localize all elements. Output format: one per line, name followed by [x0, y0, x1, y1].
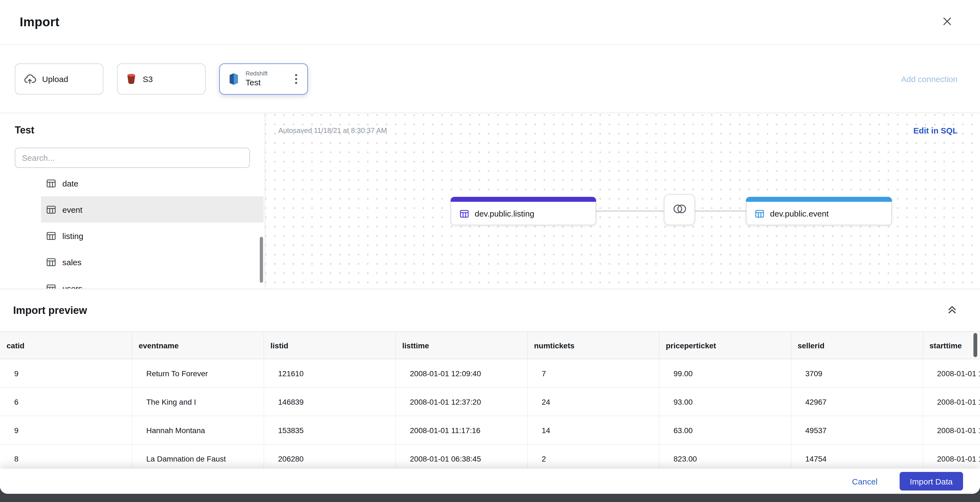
sidebar-item-sales[interactable]: sales — [41, 249, 264, 275]
cell: 99.00 — [659, 359, 791, 388]
cell: 2008-01-01 11:17:16 — [395, 416, 527, 444]
import-modal-screen: Import Upload S3 — [0, 0, 980, 502]
redshift-icon — [228, 73, 240, 85]
upload-source-button[interactable]: Upload — [15, 63, 103, 94]
column-header: sellerid — [791, 332, 923, 359]
cell: 2008-01-01 1 — [923, 388, 980, 416]
column-header: eventname — [132, 332, 264, 359]
cell: 2008-01-01 12:37:20 — [395, 388, 527, 416]
node-accent-bar — [746, 197, 892, 202]
cell: 63.00 — [659, 416, 791, 444]
close-icon — [942, 16, 953, 29]
sidebar-item-label: sales — [62, 257, 81, 267]
cloud-upload-icon — [24, 73, 36, 85]
close-button[interactable] — [939, 13, 956, 31]
import-modal: Import Upload S3 — [0, 0, 980, 494]
add-connection-link[interactable]: Add connection — [901, 74, 958, 83]
modal-header: Import — [0, 0, 980, 45]
s3-source-button[interactable]: S3 — [117, 63, 205, 94]
preview-table-scrollbar[interactable] — [974, 333, 977, 357]
collapse-preview-button[interactable] — [944, 302, 960, 319]
table-node-listing[interactable]: dev.public.listing — [450, 197, 596, 225]
page-title: Import — [20, 15, 60, 30]
preview-row: 6 The King and I 146839 2008-01-01 12:37… — [0, 388, 980, 416]
sidebar-item-event[interactable]: event — [41, 196, 264, 222]
join-canvas[interactable]: Autosaved 11/18/21 at 8:30:37 AM Edit in… — [265, 113, 980, 289]
cell: The King and I — [132, 388, 264, 416]
cell: 121610 — [264, 359, 395, 388]
s3-bucket-icon — [126, 73, 137, 85]
table-grid-icon — [46, 230, 56, 241]
import-data-button[interactable]: Import Data — [899, 472, 963, 491]
column-header: starttime — [923, 332, 980, 359]
table-node-event[interactable]: dev.public.event — [746, 197, 892, 225]
cell: 153835 — [264, 416, 395, 444]
cell: 49537 — [791, 416, 923, 444]
column-header: listtime — [395, 332, 527, 359]
join-config-button[interactable] — [664, 194, 695, 225]
cell: 2008-01-01 12:09:40 — [395, 359, 527, 388]
cell: 9 — [0, 359, 132, 388]
preview-table: catid eventname listid listtime numticke… — [0, 331, 980, 473]
sidebar-item-label: event — [62, 205, 82, 214]
sidebar-item-listing[interactable]: listing — [41, 222, 264, 249]
connections-row: Upload S3 Redshift Test — [0, 45, 980, 113]
preview-row: 9 Return To Forever 121610 2008-01-01 12… — [0, 359, 980, 388]
cell: 24 — [527, 388, 659, 416]
sidebar-scrollbar[interactable] — [260, 237, 263, 283]
edit-in-sql-link[interactable]: Edit in SQL — [913, 126, 958, 135]
join-connector-line — [596, 211, 664, 211]
preview-row: 9 Hannah Montana 153835 2008-01-01 11:17… — [0, 416, 980, 444]
modal-footer: Cancel Import Data — [0, 469, 980, 494]
redshift-connection-card[interactable]: Redshift Test — [219, 63, 308, 94]
column-header: listid — [264, 332, 395, 359]
cell: 2008-01-01 1 — [923, 416, 980, 444]
preview-title: Import preview — [13, 304, 87, 316]
preview-header-row: catid eventname listid listtime numticke… — [0, 332, 980, 359]
table-grid-icon — [46, 204, 56, 214]
workspace: Test date event listing — [0, 113, 980, 289]
preview-header: Import preview — [0, 289, 980, 331]
kebab-menu-icon[interactable] — [291, 71, 301, 86]
upload-label: Upload — [42, 74, 68, 83]
autosave-status: Autosaved 11/18/21 at 8:30:37 AM — [278, 126, 387, 135]
table-grid-icon — [46, 257, 56, 267]
cell: Return To Forever — [132, 359, 264, 388]
column-header: numtickets — [527, 332, 659, 359]
table-grid-icon — [46, 283, 56, 289]
node-label: dev.public.event — [770, 209, 829, 218]
schema-sidebar: Test date event listing — [0, 113, 265, 289]
sidebar-item-date[interactable]: date — [41, 170, 264, 196]
sidebar-item-label: users — [62, 284, 82, 289]
column-header: catid — [0, 332, 132, 359]
table-list: date event listing sales — [0, 170, 264, 289]
cell: 6 — [0, 388, 132, 416]
cell: 14 — [527, 416, 659, 444]
connection-text: Redshift Test — [245, 70, 268, 87]
cancel-button[interactable]: Cancel — [852, 477, 877, 486]
cell: 9 — [0, 416, 132, 444]
cell: 7 — [527, 359, 659, 388]
import-preview-section: Import preview catid eventname listid — [0, 289, 980, 494]
schema-title: Test — [15, 125, 34, 136]
table-grid-icon — [755, 209, 765, 218]
cell: 93.00 — [659, 388, 791, 416]
table-grid-icon — [46, 178, 56, 188]
sidebar-item-label: date — [62, 178, 78, 188]
node-label: dev.public.listing — [475, 209, 534, 218]
inner-join-icon — [672, 203, 687, 216]
double-chevron-up-icon — [947, 307, 957, 316]
cell: 2008-01-01 1 — [923, 359, 980, 388]
sidebar-item-users[interactable]: users — [41, 275, 264, 289]
column-header: priceperticket — [659, 332, 791, 359]
search-input[interactable] — [15, 148, 250, 168]
join-connector-line — [695, 211, 746, 211]
s3-label: S3 — [143, 74, 153, 83]
cell: 146839 — [264, 388, 395, 416]
connection-type-label: Redshift — [245, 70, 268, 77]
sidebar-item-label: listing — [62, 231, 83, 240]
cell: Hannah Montana — [132, 416, 264, 444]
cell: 3709 — [791, 359, 923, 388]
table-grid-icon — [460, 209, 469, 218]
node-accent-bar — [450, 197, 596, 202]
